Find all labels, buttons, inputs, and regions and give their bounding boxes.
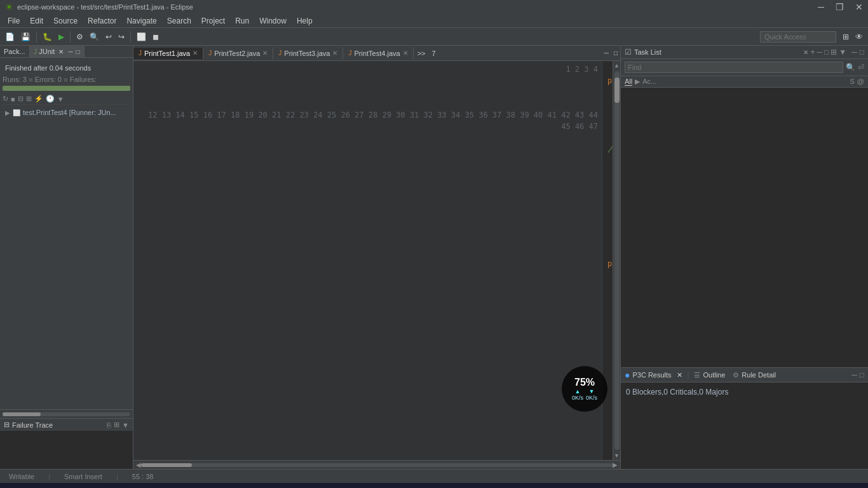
save-btn[interactable]: 💾	[18, 31, 33, 43]
p3c-outline-label[interactable]: Outline	[703, 371, 725, 379]
junit-history-btn[interactable]: 🕐	[46, 95, 55, 103]
menu-refactor[interactable]: Refactor	[83, 15, 121, 27]
tab-close-4[interactable]: ✕	[403, 50, 408, 57]
menu-file[interactable]: File	[3, 15, 25, 27]
p3c-rule-label[interactable]: Rule Detail	[742, 371, 776, 379]
filter-active[interactable]: Ac...	[642, 78, 656, 86]
taskbar-app-chrome[interactable]: ◉	[323, 484, 346, 488]
p3c-maximize-btn[interactable]: □	[860, 370, 864, 379]
taskbar-app-green[interactable]: ▶	[295, 484, 318, 488]
filter-icon-2[interactable]: @	[857, 78, 864, 86]
tab-packages[interactable]: Pack...	[0, 46, 30, 57]
test-item-1[interactable]: ▶ ⬜ test.PrintTest4 [Runner: JUn...	[3, 107, 130, 118]
close-btn[interactable]: ✕	[855, 2, 863, 12]
find-search-btn[interactable]: ⏎	[858, 63, 864, 72]
minimize-btn[interactable]: ─	[818, 2, 824, 12]
menu-source[interactable]: Source	[48, 15, 83, 27]
editor-tab-printtest1[interactable]: J PrintTest1.java ✕	[133, 48, 203, 59]
tab-junit-close[interactable]: ✕	[58, 48, 64, 55]
task-delete-btn[interactable]: ─	[817, 48, 823, 57]
left-scrollbar-thumb[interactable]	[3, 412, 41, 416]
maximize-btn[interactable]: ❐	[836, 2, 844, 12]
menu-edit[interactable]: Edit	[25, 15, 48, 27]
failure-trace-filter-btn[interactable]: ⊞	[114, 421, 119, 429]
filter-arrow[interactable]: ▶	[635, 78, 640, 86]
vscroll-track[interactable]	[614, 71, 620, 450]
left-panel-tabs: Pack... J JUnit ✕ ─ □	[0, 46, 133, 58]
toolbar-btn-5[interactable]: ↩	[103, 31, 114, 43]
taskbar-app-game[interactable]: 🎮	[379, 484, 402, 488]
tab-junit[interactable]: J JUnit ✕ ─ □	[30, 46, 85, 57]
tab-maximize[interactable]: □	[76, 48, 80, 55]
p3c-minimize-btn[interactable]: ─	[851, 370, 857, 379]
failure-trace-copy-btn[interactable]: ⎘	[107, 421, 111, 429]
menu-navigate[interactable]: Navigate	[121, 15, 161, 27]
new-btn[interactable]: 📄	[3, 31, 17, 43]
tab-minimize[interactable]: ─	[68, 48, 72, 55]
editor-minimize-btn[interactable]: ─	[602, 48, 611, 58]
junit-expand-btn[interactable]: ⊞	[26, 95, 32, 103]
editor-tab-controls: ─ □	[602, 48, 620, 58]
menu-window[interactable]: Window	[254, 15, 292, 27]
toolbar-btn-8[interactable]: ◼	[150, 31, 161, 43]
taskbar-app-taskview[interactable]: ⬜⬜	[156, 484, 179, 488]
tab-overflow-btn[interactable]: >>	[414, 48, 430, 59]
editor-tab-printtest2[interactable]: J PrintTest2.java ✕	[203, 48, 273, 59]
taskbar-app-filemanager[interactable]: 📁	[212, 484, 234, 488]
toolbar-btn-4[interactable]: 🔍	[87, 31, 102, 43]
toolbar-sep-3	[130, 31, 131, 43]
tab-close-3[interactable]: ✕	[332, 50, 337, 57]
hscroll-thumb[interactable]	[141, 463, 192, 467]
hscroll-track[interactable]	[141, 463, 613, 467]
toolbar-btn-7[interactable]: ⬜	[134, 31, 149, 43]
tab-close-2[interactable]: ✕	[262, 50, 268, 57]
menu-help[interactable]: Help	[292, 15, 318, 27]
task-panel-maximize[interactable]: □	[860, 48, 864, 57]
left-scrollbar-track[interactable]	[3, 412, 130, 416]
quick-access-input[interactable]	[760, 31, 836, 43]
java-icon-3: J	[278, 50, 281, 57]
junit-collapse-btn[interactable]: ⊟	[18, 95, 24, 103]
tab-junit-label: JUnit	[39, 48, 55, 55]
hscroll-right-btn[interactable]: ▶	[613, 461, 618, 468]
title-bar-controls[interactable]: ─ ❐ ✕	[818, 2, 863, 12]
vscroll-up-btn[interactable]: ▲	[613, 61, 620, 70]
taskbar-app-browser2[interactable]: ⬤	[351, 484, 374, 488]
toolbar-btn-6[interactable]: ↪	[116, 31, 127, 43]
task-minimize-btn[interactable]: □	[824, 48, 829, 57]
perspective-btn[interactable]: ⊞	[840, 31, 851, 43]
failure-trace-menu-btn[interactable]: ▼	[122, 421, 129, 429]
taskbar-app-eclipse[interactable]: ☀	[184, 484, 207, 488]
task-panel-minimize[interactable]: ─	[851, 48, 857, 57]
p3c-close-btn[interactable]: ✕	[677, 371, 682, 379]
run-btn[interactable]: ▶	[56, 31, 67, 43]
taskbar-app-store[interactable]: 🛍	[240, 484, 262, 488]
filter-icon-1[interactable]: S	[850, 78, 854, 86]
editor-tab-printtest3[interactable]: J PrintTest3.java ✕	[273, 48, 343, 59]
hscroll-left-btn[interactable]: ◀	[136, 461, 141, 468]
vscroll-down-btn[interactable]: ▼	[613, 451, 620, 460]
junit-menu-btn[interactable]: ▼	[57, 95, 64, 103]
editor-vscrollbar[interactable]: ▲ ▼	[613, 61, 620, 460]
junit-stop-btn[interactable]: ■	[11, 95, 15, 103]
taskbar-app-red[interactable]: ⬛	[268, 484, 290, 488]
find-input[interactable]	[625, 62, 843, 73]
taskbar-app-user[interactable]: 👤	[407, 484, 430, 488]
filter-all[interactable]: All	[625, 78, 632, 86]
editor-maximize-btn[interactable]: □	[611, 48, 620, 58]
task-maximize-btn[interactable]: ⊞	[831, 48, 837, 57]
menu-run[interactable]: Run	[230, 15, 254, 27]
junit-rerun-btn[interactable]: ↻	[3, 95, 8, 103]
view-btn[interactable]: 👁	[853, 31, 865, 43]
tab-close-1[interactable]: ✕	[193, 50, 198, 57]
menu-search[interactable]: Search	[162, 15, 196, 27]
task-new-btn[interactable]: +	[811, 48, 815, 57]
toolbar-btn-3[interactable]: ⚙	[74, 31, 86, 43]
vscroll-thumb[interactable]	[614, 78, 620, 103]
task-menu-btn[interactable]: ▼	[839, 48, 846, 57]
debug-btn[interactable]: 🐛	[40, 31, 55, 43]
editor-tab-printtest4[interactable]: J PrintTest4.java ✕	[343, 48, 413, 59]
junit-filter-btn[interactable]: ⚡	[34, 95, 43, 103]
menu-project[interactable]: Project	[196, 15, 230, 27]
junit-content: Finished after 0.04 seconds Runs: 3 ■ Er…	[0, 58, 133, 409]
